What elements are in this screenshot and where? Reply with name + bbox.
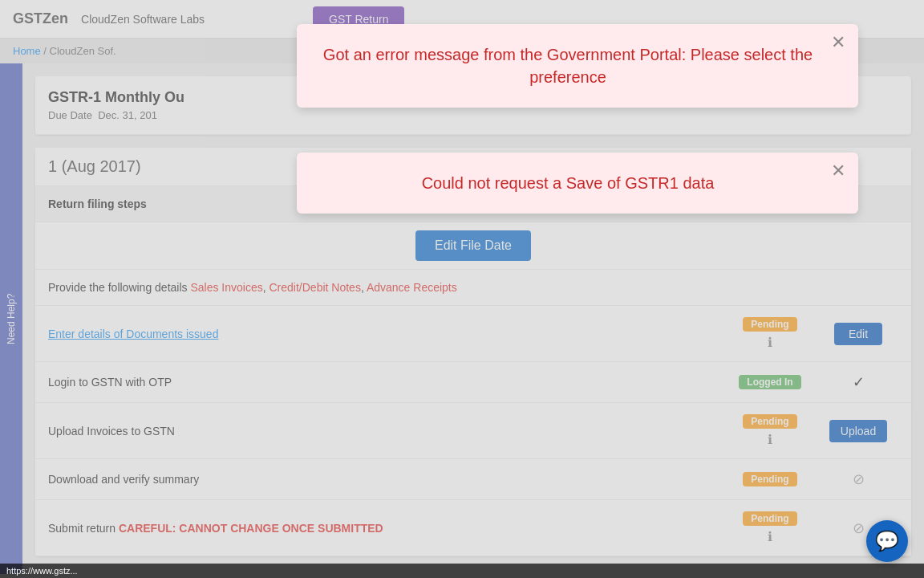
alert-text-1: Got an error message from the Government… — [316, 43, 820, 88]
url-bar: https://www.gstz... — [0, 564, 924, 578]
overlay: ✕ Got an error message from the Governme… — [0, 0, 924, 578]
alert-text-2: Could not request a Save of GSTR1 data — [316, 172, 820, 194]
alert-error-2: ✕ Could not request a Save of GSTR1 data — [297, 153, 858, 214]
chat-button[interactable]: 💬 — [866, 520, 908, 562]
alert-error-1: ✕ Got an error message from the Governme… — [297, 24, 858, 108]
chat-icon: 💬 — [875, 530, 899, 552]
alert-close-2[interactable]: ✕ — [831, 162, 845, 180]
alert-close-1[interactable]: ✕ — [831, 34, 845, 51]
